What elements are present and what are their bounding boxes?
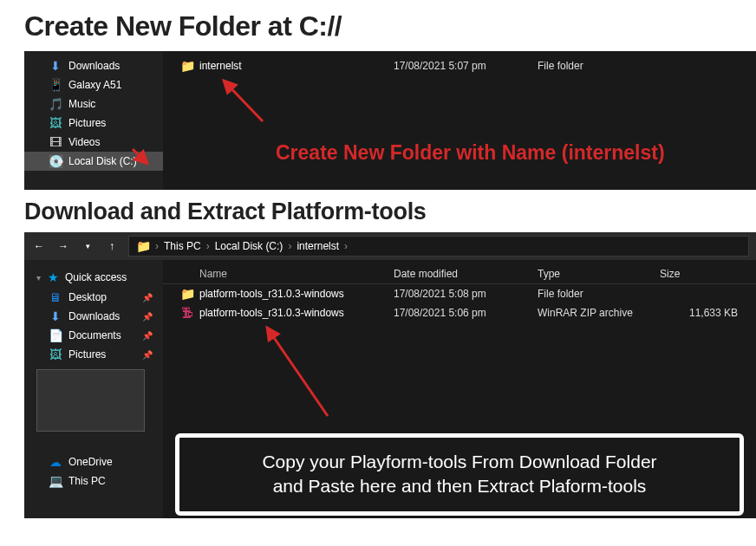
recent-dropdown-icon[interactable]: ▾ xyxy=(80,238,95,254)
sidebar-item-desktop[interactable]: 🖥Desktop📌 xyxy=(24,288,163,307)
breadcrumb[interactable]: 📁 › This PC › Local Disk (C:) › internel… xyxy=(128,236,749,257)
chevron-right-icon: › xyxy=(344,240,348,252)
sidebar-item-label: Downloads xyxy=(68,60,120,72)
annotation-overlay: Copy your Playform-tools From Download F… xyxy=(175,433,744,516)
annotation-arrow-icon xyxy=(128,145,154,171)
pic-icon: 🖼 xyxy=(49,116,62,130)
sidebar-item-music[interactable]: 🎵Music xyxy=(24,94,163,114)
annotation-arrow-icon xyxy=(215,74,267,126)
col-name-header[interactable]: Name xyxy=(199,268,227,280)
sidebar-item-label: Downloads xyxy=(68,310,120,322)
desktop-icon: 🖥 xyxy=(49,290,62,304)
forward-button[interactable]: → xyxy=(55,238,71,254)
pic-icon: 🖼 xyxy=(49,348,62,361)
overlay-line: and Paste here and then Extract Plaform-… xyxy=(197,474,722,498)
sidebar-item-label: Pictures xyxy=(68,348,106,361)
heading-download-extract: Download and Extract Platform-tools xyxy=(0,190,756,232)
nav-toolbar: ← → ▾ ↑ 📁 › This PC › Local Disk (C:) › … xyxy=(24,232,756,260)
up-button[interactable]: ↑ xyxy=(104,238,120,254)
sidebar: ▾ ★ Quick access 🖥Desktop📌⬇Downloads📌📄Do… xyxy=(24,260,163,518)
file-name: internelst xyxy=(199,60,242,72)
file-row[interactable]: 📁platform-tools_r31.0.3-windows17/08/202… xyxy=(163,284,756,303)
quick-access-header[interactable]: ▾ ★ Quick access xyxy=(24,265,163,288)
file-name: platform-tools_r31.0.3-windows xyxy=(199,288,344,300)
sidebar-item-pictures[interactable]: 🖼Pictures📌 xyxy=(24,345,163,364)
file-date: 17/08/2021 5:08 pm xyxy=(394,288,532,300)
file-date: 17/08/2021 5:06 pm xyxy=(394,307,532,319)
quick-access-label: Quick access xyxy=(65,271,127,283)
pin-icon: 📌 xyxy=(142,312,158,322)
svg-line-2 xyxy=(267,328,328,416)
svg-line-0 xyxy=(224,81,263,121)
file-explorer-top: ⬇Downloads📱Galaxy A51🎵Music🖼Pictures🎞Vid… xyxy=(24,51,756,190)
breadcrumb-segment[interactable]: internelst xyxy=(297,240,339,252)
sidebar-item-pictures[interactable]: 🖼Pictures xyxy=(24,114,163,133)
file-type: WinRAR ZIP archive xyxy=(538,307,655,319)
zip-icon: 🗜 xyxy=(180,306,194,320)
chevron-down-icon: ▾ xyxy=(36,273,41,283)
file-date: 17/08/2021 5:07 pm xyxy=(394,60,532,72)
sidebar-item-label: Local Disk (C:) xyxy=(68,155,137,167)
sidebar-item-this-pc[interactable]: 💻This PC xyxy=(24,471,163,491)
chevron-right-icon: › xyxy=(155,240,159,252)
download-icon: ⬇ xyxy=(49,309,62,323)
drive-icon: 💽 xyxy=(49,154,62,168)
column-headers: Name Date modified Type Size xyxy=(163,260,756,284)
breadcrumb-segment[interactable]: This PC xyxy=(164,240,201,252)
overlay-line: Copy your Playform-tools From Download F… xyxy=(197,450,722,474)
sidebar-item-onedrive[interactable]: ☁OneDrive xyxy=(24,452,163,471)
col-size-header[interactable]: Size xyxy=(660,268,680,280)
preview-thumbnail xyxy=(36,369,145,432)
sidebar-item-label: Videos xyxy=(68,136,100,148)
file-row[interactable]: 📁internelst17/08/2021 5:07 pmFile folder xyxy=(163,56,756,75)
file-row[interactable]: 🗜platform-tools_r31.0.3-windows17/08/202… xyxy=(163,303,756,322)
video-icon: 🎞 xyxy=(49,135,62,149)
folder-icon: 📁 xyxy=(180,59,194,73)
sidebar-item-label: Pictures xyxy=(68,117,106,129)
sidebar-item-galaxy-a51[interactable]: 📱Galaxy A51 xyxy=(24,75,163,94)
file-name: platform-tools_r31.0.3-windows xyxy=(199,307,344,319)
sidebar-item-downloads[interactable]: ⬇Downloads📌 xyxy=(24,307,163,326)
folder-icon: 📁 xyxy=(136,239,150,253)
sidebar-item-documents[interactable]: 📄Documents📌 xyxy=(24,326,163,345)
sidebar-item-label: Desktop xyxy=(68,291,107,303)
download-icon: ⬇ xyxy=(49,59,62,73)
chevron-right-icon: › xyxy=(206,240,210,252)
star-icon: ★ xyxy=(46,270,60,284)
col-date-header[interactable]: Date modified xyxy=(394,268,458,280)
pc-icon: 💻 xyxy=(49,474,62,488)
back-button[interactable]: ← xyxy=(31,238,47,254)
doc-icon: 📄 xyxy=(49,328,62,342)
file-list-pane: 📁internelst17/08/2021 5:07 pmFile folder… xyxy=(163,51,756,190)
col-type-header[interactable]: Type xyxy=(538,268,560,280)
music-icon: 🎵 xyxy=(49,97,62,111)
annotation-text: Create New Folder with Name (internelst) xyxy=(276,141,665,165)
svg-line-1 xyxy=(133,149,147,164)
file-type: File folder xyxy=(538,288,655,300)
breadcrumb-segment[interactable]: Local Disk (C:) xyxy=(215,240,284,252)
sidebar-item-label: This PC xyxy=(68,475,106,487)
file-size: 11,633 KB xyxy=(660,307,738,319)
pin-icon: 📌 xyxy=(142,331,158,341)
chevron-right-icon: › xyxy=(288,240,291,252)
sidebar-item-downloads[interactable]: ⬇Downloads xyxy=(24,56,163,75)
sidebar-item-label: Galaxy A51 xyxy=(68,79,121,91)
heading-create-folder: Create New Folder at C:// xyxy=(0,0,756,51)
file-list-pane: Name Date modified Type Size 📁platform-t… xyxy=(163,260,756,518)
phone-icon: 📱 xyxy=(49,78,62,92)
annotation-arrow-icon xyxy=(258,321,336,425)
onedrive-icon: ☁ xyxy=(49,455,62,469)
file-explorer-bottom: ← → ▾ ↑ 📁 › This PC › Local Disk (C:) › … xyxy=(24,232,756,518)
pin-icon: 📌 xyxy=(142,293,158,302)
pin-icon: 📌 xyxy=(142,350,158,360)
folder-icon: 📁 xyxy=(180,287,194,301)
sidebar-item-label: Documents xyxy=(68,329,121,341)
file-type: File folder xyxy=(538,60,655,72)
sidebar-item-label: OneDrive xyxy=(68,456,113,468)
sidebar-item-label: Music xyxy=(68,98,95,110)
